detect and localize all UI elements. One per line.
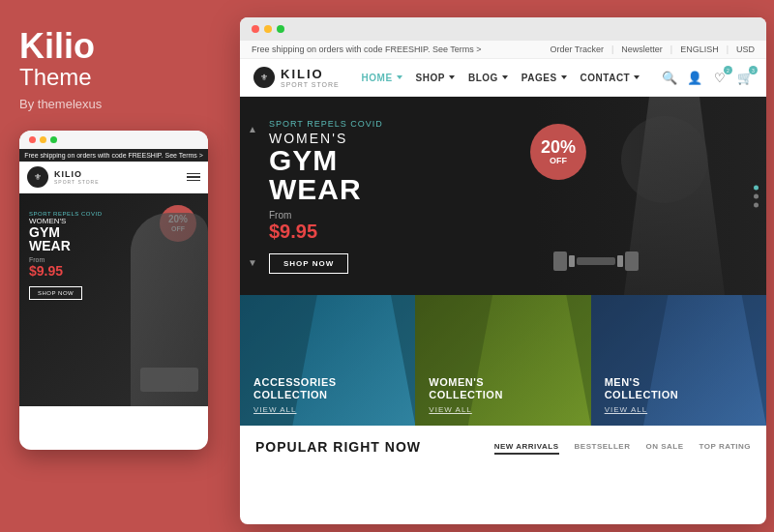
collection-accessories[interactable]: ACCESSORIESCOLLECTION VIEW ALL (240, 295, 415, 426)
hero-arrow-down[interactable]: ▼ (248, 257, 257, 268)
dot-green (50, 136, 57, 143)
mobile-logo: ⚜ KILIO SPORT STORE (27, 166, 100, 188)
site-header: ⚜ KILIO SPORT STORE HOME SHOP BLOG PAGES (240, 59, 766, 97)
mobile-logo-icon: ⚜ (27, 166, 48, 188)
language-selector[interactable]: ENGLISH (680, 44, 719, 54)
hero-price: $9.95 (269, 221, 383, 243)
hero-content: SPORT REPELS COVID WOMEN'S GYM WEAR From… (240, 100, 412, 293)
browser-chrome (240, 17, 766, 41)
shop-caret-icon (449, 75, 455, 79)
mobile-logo-text: KILIO SPORT STORE (54, 169, 100, 185)
hero-arrow-up[interactable]: ▲ (248, 124, 257, 134)
cart-icon[interactable]: 🛒 3 (737, 70, 753, 85)
logo-sub-text: SPORT STORE (281, 81, 340, 88)
mobile-hero-content: SPORT REPELS COVID WOMEN'S GYM WEAR From… (29, 211, 102, 300)
collection-mens[interactable]: MEN'SCOLLECTION VIEW ALL (591, 295, 766, 426)
search-icon[interactable]: 🔍 (662, 70, 677, 85)
browser-dot-green (277, 25, 284, 33)
notice-right-actions: Order Tracker | Newsletter | ENGLISH | U… (550, 44, 755, 54)
nav-blog[interactable]: BLOG (468, 73, 508, 83)
scroll-dot-3[interactable] (754, 202, 759, 207)
nav-home[interactable]: HOME (362, 73, 402, 83)
hamburger-line (187, 180, 200, 182)
mobile-shop-now-button[interactable]: SHOP NOW (29, 286, 82, 300)
mobile-top-bar (19, 131, 208, 149)
mobile-mockup: Free shipping on orders with code FREESH… (19, 131, 208, 450)
mens-view-all[interactable]: VIEW ALL (605, 405, 679, 414)
pages-caret-icon (561, 75, 567, 79)
logo-emblem: ⚜ (253, 67, 275, 88)
blog-caret-icon (502, 75, 508, 79)
contact-caret-icon (634, 75, 640, 79)
mens-text: MEN'SCOLLECTION VIEW ALL (605, 376, 679, 414)
currency-selector[interactable]: USD (736, 44, 755, 54)
scroll-dots (754, 185, 759, 207)
hero-shop-now-button[interactable]: SHOP NOW (269, 253, 348, 274)
hero-dumbbell (553, 251, 639, 271)
mobile-hero-banner: 20% OFF SPORT REPELS COVID WOMEN'S GYM W… (19, 193, 208, 406)
site-logo: ⚜ KILIO SPORT STORE (253, 67, 340, 88)
site-nav: HOME SHOP BLOG PAGES CONTACT (362, 73, 640, 83)
brand-theme: Theme (19, 64, 208, 91)
account-icon[interactable]: 👤 (687, 70, 702, 85)
notice-text: Free shipping on orders with code FREESH… (252, 44, 482, 54)
hamburger-line (187, 176, 200, 178)
womens-text: WOMEN'SCOLLECTION VIEW ALL (429, 376, 503, 414)
site-notice-bar: Free shipping on orders with code FREESH… (240, 41, 766, 59)
wishlist-badge: 2 (724, 66, 732, 74)
browser-dot-yellow (264, 25, 272, 33)
nav-pages[interactable]: PAGES (521, 73, 567, 83)
tab-top-rating[interactable]: TOP RATING (700, 442, 751, 455)
womens-view-all[interactable]: VIEW ALL (429, 405, 503, 414)
mobile-notice-bar: Free shipping on orders with code FREESH… (19, 149, 208, 162)
cart-badge: 3 (749, 66, 758, 74)
order-tracker-link[interactable]: Order Tracker (550, 44, 604, 54)
header-icons: 🔍 👤 ♡ 2 🛒 3 (662, 70, 753, 85)
mobile-dumbbell (140, 368, 198, 392)
tab-on-sale[interactable]: ON SALE (645, 442, 683, 455)
popular-section: POPULAR RIGHT NOW NEW ARRIVALS BESTSELLE… (240, 426, 766, 462)
nav-contact[interactable]: CONTACT (580, 73, 640, 83)
nav-shop[interactable]: SHOP (416, 73, 455, 83)
logo-text-group: KILIO SPORT STORE (281, 67, 340, 88)
mobile-header: ⚜ KILIO SPORT STORE (19, 162, 208, 193)
browser-dot-red (252, 25, 259, 33)
wishlist-icon[interactable]: ♡ 2 (712, 70, 728, 85)
scroll-dot-1[interactable] (754, 185, 759, 190)
brand-name: Kilio (19, 29, 208, 64)
hero-gym-text: GYM (269, 146, 383, 175)
tab-new-arrivals[interactable]: NEW ARRIVALS (494, 442, 559, 455)
logo-main-text: KILIO (281, 67, 340, 81)
left-panel: Kilio Theme By themelexus Free shipping … (0, 0, 227, 532)
newsletter-link[interactable]: Newsletter (621, 44, 663, 54)
dot-red (29, 136, 36, 143)
accessories-text: ACCESSORIESCOLLECTION VIEW ALL (253, 376, 337, 414)
hero-wear-text: WEAR (269, 175, 383, 204)
brand-author: By themelexus (19, 97, 208, 111)
collection-grid: ACCESSORIESCOLLECTION VIEW ALL WOMEN'SCO… (240, 295, 766, 426)
popular-tabs: NEW ARRIVALS BESTSELLER ON SALE TOP RATI… (494, 442, 751, 455)
hero-from-text: From (269, 210, 383, 221)
dot-yellow (40, 136, 46, 143)
collection-womens[interactable]: WOMEN'SCOLLECTION VIEW ALL (415, 295, 590, 426)
accessories-view-all[interactable]: VIEW ALL (253, 405, 337, 414)
tab-bestseller[interactable]: BESTSELLER (575, 442, 631, 455)
hero-banner: ▲ ▼ SPORT REPELS COVID WOMEN'S GYM WEAR … (240, 97, 766, 295)
hamburger-line (187, 173, 200, 175)
popular-header: POPULAR RIGHT NOW NEW ARRIVALS BESTSELLE… (255, 439, 751, 455)
home-caret-icon (397, 75, 402, 79)
scroll-dot-2[interactable] (754, 193, 759, 198)
browser-mockup: Free shipping on orders with code FREESH… (240, 17, 766, 524)
mobile-hamburger[interactable] (187, 173, 200, 182)
hero-sport-text: SPORT REPELS COVID (269, 119, 383, 129)
hero-sale-badge: 20% OFF (530, 124, 586, 180)
popular-title: POPULAR RIGHT NOW (255, 439, 421, 455)
